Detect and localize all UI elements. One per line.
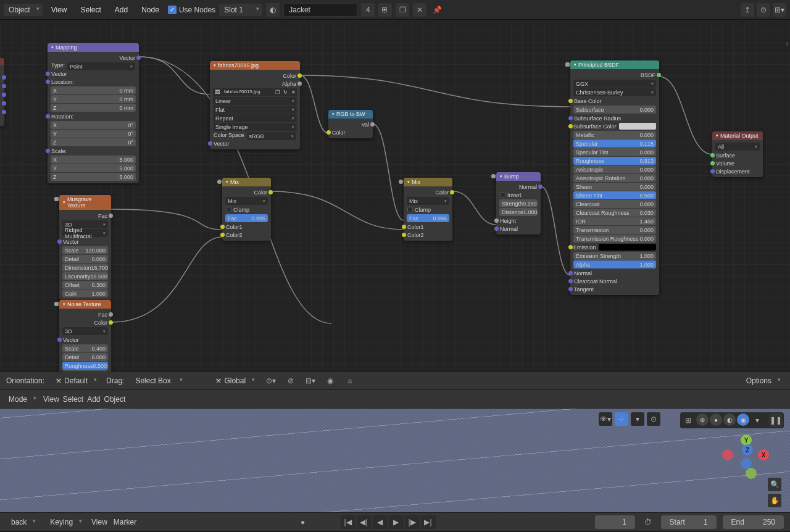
menu-marker[interactable]: Marker <box>114 518 136 526</box>
image-icon[interactable]: 🖼 <box>213 88 222 96</box>
bsdf-anisotropic-rotation[interactable]: Anisotropic Rotation0.000 <box>573 174 656 182</box>
node-editor-graph[interactable]: Mapping Vector Type:Point Vector Locatio… <box>0 20 790 372</box>
menu-view[interactable]: View <box>46 3 72 17</box>
node-mix-2[interactable]: Mix Color Mix Clamp Fac0.996 Color1 Colo… <box>404 178 452 241</box>
timer-icon[interactable]: ⏱ <box>641 515 655 529</box>
pause-render-icon[interactable]: ❚❚ <box>769 414 783 427</box>
gizmo-toggle[interactable]: ⊹ <box>615 412 628 426</box>
bsdf-base-color[interactable]: Base Color <box>570 97 659 105</box>
node-header[interactable]: Principled BSDF <box>570 60 659 69</box>
bsdf-specular[interactable]: Specular0.115 <box>573 139 656 148</box>
param-lacunarity[interactable]: Lacunarity19.500 <box>62 272 108 280</box>
param-scale[interactable]: Scale0.400 <box>62 344 108 352</box>
bsdf-clearcoat-roughness[interactable]: Clearcoat Roughness0.030 <box>573 209 656 217</box>
bsdf-tangent[interactable]: Tangent <box>570 285 659 293</box>
drag-dropdown[interactable]: Select Box <box>130 375 186 387</box>
proportional-falloff-dropdown[interactable]: ⩍ <box>343 374 357 388</box>
bsdf-sheen[interactable]: Sheen0.000 <box>573 183 656 191</box>
bsdf-specular-tint[interactable]: Specular Tint0.000 <box>573 148 656 156</box>
overlay-icon[interactable]: ⊞▾ <box>773 3 786 17</box>
menu-view-tl[interactable]: View <box>91 518 107 526</box>
unlink-image-icon[interactable]: ✕ <box>289 88 297 96</box>
node-bump[interactable]: Bump Normal Invert Strength0.150 Distanc… <box>496 172 541 235</box>
menu-select-3d[interactable]: Select <box>63 395 83 404</box>
slot-dropdown[interactable]: Slot 1 <box>219 4 262 16</box>
bsdf-metallic[interactable]: Metallic0.000 <box>573 131 656 139</box>
bsdf-roughness[interactable]: Roughness0.813 <box>573 157 656 165</box>
users-count[interactable]: 4 <box>361 3 375 17</box>
transform-orientation-dropdown[interactable]: ⤧Global <box>210 375 258 387</box>
bsdf-sheen-tint[interactable]: Sheen Tint0.500 <box>573 191 656 199</box>
bsdf-normal[interactable]: Normal <box>570 269 659 277</box>
bsdf-subsurface[interactable]: Subsurface0.000 <box>573 106 656 114</box>
hand-icon[interactable]: ✋ <box>768 494 781 507</box>
param-detail[interactable]: Detail0.000 <box>62 255 108 263</box>
3d-viewport[interactable]: 👁▾ ⊹ ▾ ⊙ ⊞ ⊕ ● ◐ ◉ ▾ ❚❚ Y Z X 🔍 ✋ <box>0 409 790 512</box>
play-icon[interactable]: ▶ <box>389 515 404 529</box>
node-noise-texture[interactable]: Noise Texture Fac Color 3D Vector Scale0… <box>59 300 111 372</box>
play-reverse-icon[interactable]: ◀ <box>373 515 388 529</box>
overlay-toggle[interactable]: ⊙ <box>647 412 660 426</box>
solid-mode[interactable]: ● <box>710 414 722 426</box>
bsdf-clearcoat-normal[interactable]: Clearcoat Normal <box>570 277 659 285</box>
axis-z[interactable]: Z <box>742 444 753 455</box>
xray-toggle[interactable]: ⊞ <box>681 414 695 427</box>
mode-dropdown[interactable]: Mode <box>4 393 40 405</box>
bsdf-emission[interactable]: Emission <box>570 243 659 251</box>
options-dropdown[interactable]: Options <box>741 375 784 387</box>
snap-mode-dropdown[interactable]: ⊟▾ <box>304 374 317 388</box>
node-material-output[interactable]: Material Output All Surface Volume Displ… <box>712 131 763 177</box>
menu-add-3d[interactable]: Add <box>87 395 100 404</box>
unlink-icon[interactable]: ✕ <box>413 3 426 17</box>
rendered-mode[interactable]: ◉ <box>737 414 749 426</box>
menu-view-3d[interactable]: View <box>43 395 59 404</box>
bsdf-ior[interactable]: IOR1.450 <box>573 217 656 225</box>
reload-icon[interactable]: ↻ <box>281 88 289 96</box>
jump-start-icon[interactable]: |◀ <box>341 515 356 529</box>
zoom-icon[interactable]: 🔍 <box>768 478 781 491</box>
end-frame-field[interactable]: End250 <box>723 515 784 529</box>
node-mapping[interactable]: Mapping Vector Type:Point Vector Locatio… <box>48 43 139 183</box>
param-distortion[interactable]: Distortion0.000 <box>62 370 108 372</box>
param-scale[interactable]: Scale120.000 <box>62 246 108 254</box>
wireframe-mode[interactable]: ⊕ <box>696 414 709 426</box>
proportional-edit-toggle[interactable]: ◉ <box>323 374 337 388</box>
node-header[interactable]: Noise Texture <box>59 300 111 309</box>
param-dimension[interactable]: Dimension16.700 <box>62 264 108 272</box>
bsdf-subsurface-color[interactable]: Subsurface Color <box>570 122 659 130</box>
shading-dropdown[interactable]: ▾ <box>750 414 764 427</box>
snap-icon[interactable]: ⊙ <box>757 3 770 17</box>
node-texcoord-partial[interactable] <box>0 58 4 126</box>
node-rgb-to-bw[interactable]: RGB to BW Val Color <box>328 110 373 138</box>
new-material-icon[interactable]: ❐ <box>396 3 409 17</box>
node-principled-bsdf[interactable]: Principled BSDF BSDF GGX Christensen-Bur… <box>570 60 659 295</box>
playback-dropdown[interactable]: back <box>6 516 39 528</box>
node-header[interactable]: Mapping <box>48 43 139 52</box>
image-name-field[interactable]: fabrics70015.jpg <box>222 88 273 96</box>
node-mix-1[interactable]: Mix Color Mix Clamp Fac0.995 Color1 Colo… <box>222 178 271 241</box>
pin-icon[interactable]: 📌 <box>430 3 444 17</box>
bsdf-transmission[interactable]: Transmission0.000 <box>573 226 656 234</box>
keying-dropdown[interactable]: Keying <box>45 516 85 528</box>
current-frame-field[interactable]: 1 <box>595 515 635 529</box>
snap-toggle[interactable]: ⊘ <box>284 374 297 388</box>
node-image-texture[interactable]: fabrics70015.jpg Color Alpha 🖼 fabrics70… <box>210 61 300 149</box>
axis-x[interactable]: X <box>758 449 769 460</box>
material-icon[interactable]: ◐ <box>266 3 280 17</box>
keyframe-prev-icon[interactable]: ◀| <box>357 515 372 529</box>
menu-object-3d[interactable]: Object <box>104 395 126 404</box>
bsdf-alpha[interactable]: Alpha1.000 <box>573 260 656 268</box>
menu-node[interactable]: Node <box>136 3 164 17</box>
orientation-dropdown[interactable]: ⤧Default <box>51 375 100 387</box>
node-header[interactable]: Mix <box>404 178 452 186</box>
node-musgrave-texture[interactable]: Musgrave Texture Fac 3D Ridged Multifrac… <box>59 195 111 300</box>
menu-select[interactable]: Select <box>75 3 106 17</box>
material-name-field[interactable]: Jacket <box>283 3 357 17</box>
param-detail[interactable]: Detail6.000 <box>62 353 108 361</box>
gizmo-dropdown[interactable]: ▾ <box>631 412 644 426</box>
keyframe-next-icon[interactable]: |▶ <box>405 515 420 529</box>
node-header[interactable]: Material Output <box>712 131 763 140</box>
navigation-gizmo[interactable]: Y Z X <box>722 433 771 483</box>
matprev-mode[interactable]: ◐ <box>723 414 736 426</box>
parent-node-icon[interactable]: ↥ <box>741 3 754 17</box>
